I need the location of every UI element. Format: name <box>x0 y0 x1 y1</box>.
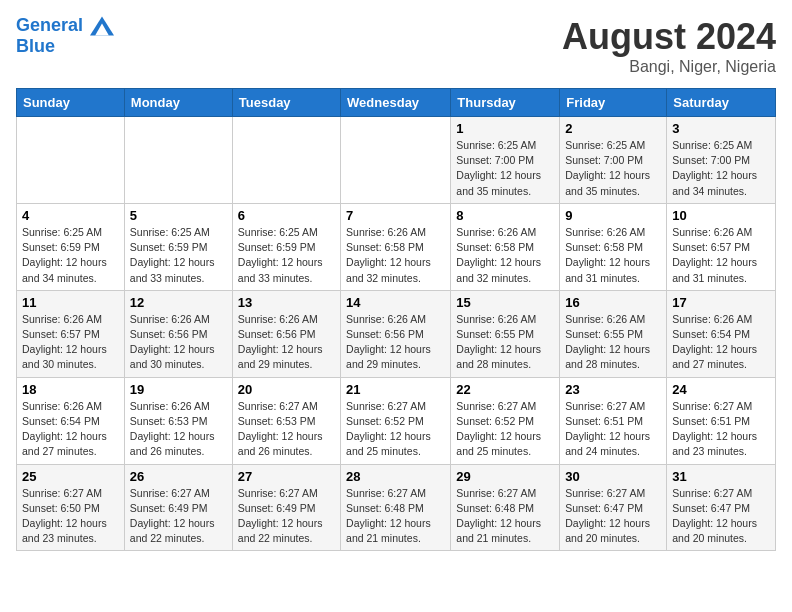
day-number: 31 <box>672 469 770 484</box>
day-info: Sunrise: 6:26 AM Sunset: 6:54 PM Dayligh… <box>22 399 119 460</box>
day-number: 7 <box>346 208 445 223</box>
week-row-1: 1Sunrise: 6:25 AM Sunset: 7:00 PM Daylig… <box>17 117 776 204</box>
day-info: Sunrise: 6:27 AM Sunset: 6:48 PM Dayligh… <box>456 486 554 547</box>
day-number: 23 <box>565 382 661 397</box>
day-number: 5 <box>130 208 227 223</box>
day-info: Sunrise: 6:27 AM Sunset: 6:52 PM Dayligh… <box>346 399 445 460</box>
header-sunday: Sunday <box>17 89 125 117</box>
calendar-cell: 2Sunrise: 6:25 AM Sunset: 7:00 PM Daylig… <box>560 117 667 204</box>
day-number: 9 <box>565 208 661 223</box>
calendar-cell: 14Sunrise: 6:26 AM Sunset: 6:56 PM Dayli… <box>341 290 451 377</box>
header-friday: Friday <box>560 89 667 117</box>
calendar-cell: 31Sunrise: 6:27 AM Sunset: 6:47 PM Dayli… <box>667 464 776 551</box>
day-info: Sunrise: 6:25 AM Sunset: 6:59 PM Dayligh… <box>22 225 119 286</box>
day-info: Sunrise: 6:27 AM Sunset: 6:49 PM Dayligh… <box>238 486 335 547</box>
day-info: Sunrise: 6:26 AM Sunset: 6:57 PM Dayligh… <box>22 312 119 373</box>
day-number: 4 <box>22 208 119 223</box>
month-title: August 2024 <box>562 16 776 58</box>
week-row-3: 11Sunrise: 6:26 AM Sunset: 6:57 PM Dayli… <box>17 290 776 377</box>
day-number: 19 <box>130 382 227 397</box>
calendar-cell: 13Sunrise: 6:26 AM Sunset: 6:56 PM Dayli… <box>232 290 340 377</box>
day-info: Sunrise: 6:26 AM Sunset: 6:54 PM Dayligh… <box>672 312 770 373</box>
day-info: Sunrise: 6:26 AM Sunset: 6:56 PM Dayligh… <box>130 312 227 373</box>
calendar-cell: 7Sunrise: 6:26 AM Sunset: 6:58 PM Daylig… <box>341 203 451 290</box>
calendar-cell: 27Sunrise: 6:27 AM Sunset: 6:49 PM Dayli… <box>232 464 340 551</box>
week-row-4: 18Sunrise: 6:26 AM Sunset: 6:54 PM Dayli… <box>17 377 776 464</box>
day-number: 14 <box>346 295 445 310</box>
day-info: Sunrise: 6:26 AM Sunset: 6:58 PM Dayligh… <box>456 225 554 286</box>
day-info: Sunrise: 6:26 AM Sunset: 6:55 PM Dayligh… <box>565 312 661 373</box>
day-number: 2 <box>565 121 661 136</box>
calendar-cell: 15Sunrise: 6:26 AM Sunset: 6:55 PM Dayli… <box>451 290 560 377</box>
day-info: Sunrise: 6:25 AM Sunset: 7:00 PM Dayligh… <box>565 138 661 199</box>
day-number: 13 <box>238 295 335 310</box>
calendar-cell: 9Sunrise: 6:26 AM Sunset: 6:58 PM Daylig… <box>560 203 667 290</box>
calendar-cell: 26Sunrise: 6:27 AM Sunset: 6:49 PM Dayli… <box>124 464 232 551</box>
day-info: Sunrise: 6:26 AM Sunset: 6:57 PM Dayligh… <box>672 225 770 286</box>
calendar-body: 1Sunrise: 6:25 AM Sunset: 7:00 PM Daylig… <box>17 117 776 551</box>
day-info: Sunrise: 6:26 AM Sunset: 6:56 PM Dayligh… <box>238 312 335 373</box>
calendar-cell <box>341 117 451 204</box>
day-info: Sunrise: 6:27 AM Sunset: 6:51 PM Dayligh… <box>672 399 770 460</box>
day-info: Sunrise: 6:26 AM Sunset: 6:58 PM Dayligh… <box>346 225 445 286</box>
day-number: 30 <box>565 469 661 484</box>
calendar-cell: 23Sunrise: 6:27 AM Sunset: 6:51 PM Dayli… <box>560 377 667 464</box>
day-number: 26 <box>130 469 227 484</box>
calendar-cell: 8Sunrise: 6:26 AM Sunset: 6:58 PM Daylig… <box>451 203 560 290</box>
calendar-cell: 4Sunrise: 6:25 AM Sunset: 6:59 PM Daylig… <box>17 203 125 290</box>
calendar-cell: 29Sunrise: 6:27 AM Sunset: 6:48 PM Dayli… <box>451 464 560 551</box>
calendar-header-row: SundayMondayTuesdayWednesdayThursdayFrid… <box>17 89 776 117</box>
calendar-cell: 22Sunrise: 6:27 AM Sunset: 6:52 PM Dayli… <box>451 377 560 464</box>
calendar-cell: 17Sunrise: 6:26 AM Sunset: 6:54 PM Dayli… <box>667 290 776 377</box>
day-info: Sunrise: 6:27 AM Sunset: 6:48 PM Dayligh… <box>346 486 445 547</box>
day-number: 25 <box>22 469 119 484</box>
header-thursday: Thursday <box>451 89 560 117</box>
calendar-cell: 20Sunrise: 6:27 AM Sunset: 6:53 PM Dayli… <box>232 377 340 464</box>
day-number: 10 <box>672 208 770 223</box>
day-number: 29 <box>456 469 554 484</box>
calendar-cell: 30Sunrise: 6:27 AM Sunset: 6:47 PM Dayli… <box>560 464 667 551</box>
calendar-cell: 12Sunrise: 6:26 AM Sunset: 6:56 PM Dayli… <box>124 290 232 377</box>
day-number: 18 <box>22 382 119 397</box>
day-number: 1 <box>456 121 554 136</box>
calendar-cell: 5Sunrise: 6:25 AM Sunset: 6:59 PM Daylig… <box>124 203 232 290</box>
calendar-cell: 24Sunrise: 6:27 AM Sunset: 6:51 PM Dayli… <box>667 377 776 464</box>
header-tuesday: Tuesday <box>232 89 340 117</box>
calendar-table: SundayMondayTuesdayWednesdayThursdayFrid… <box>16 88 776 551</box>
title-block: August 2024 Bangi, Niger, Nigeria <box>562 16 776 76</box>
week-row-5: 25Sunrise: 6:27 AM Sunset: 6:50 PM Dayli… <box>17 464 776 551</box>
calendar-cell: 1Sunrise: 6:25 AM Sunset: 7:00 PM Daylig… <box>451 117 560 204</box>
header-wednesday: Wednesday <box>341 89 451 117</box>
day-info: Sunrise: 6:27 AM Sunset: 6:52 PM Dayligh… <box>456 399 554 460</box>
calendar-cell <box>17 117 125 204</box>
page-header: General Blue August 2024 Bangi, Niger, N… <box>16 16 776 76</box>
day-number: 3 <box>672 121 770 136</box>
calendar-cell: 16Sunrise: 6:26 AM Sunset: 6:55 PM Dayli… <box>560 290 667 377</box>
day-info: Sunrise: 6:27 AM Sunset: 6:51 PM Dayligh… <box>565 399 661 460</box>
day-number: 24 <box>672 382 770 397</box>
logo: General Blue <box>16 16 114 57</box>
day-number: 12 <box>130 295 227 310</box>
day-info: Sunrise: 6:26 AM Sunset: 6:58 PM Dayligh… <box>565 225 661 286</box>
day-number: 21 <box>346 382 445 397</box>
day-number: 27 <box>238 469 335 484</box>
day-number: 15 <box>456 295 554 310</box>
day-number: 22 <box>456 382 554 397</box>
day-number: 20 <box>238 382 335 397</box>
day-info: Sunrise: 6:27 AM Sunset: 6:50 PM Dayligh… <box>22 486 119 547</box>
day-info: Sunrise: 6:25 AM Sunset: 7:00 PM Dayligh… <box>456 138 554 199</box>
calendar-cell <box>232 117 340 204</box>
day-number: 16 <box>565 295 661 310</box>
calendar-cell: 19Sunrise: 6:26 AM Sunset: 6:53 PM Dayli… <box>124 377 232 464</box>
day-info: Sunrise: 6:27 AM Sunset: 6:53 PM Dayligh… <box>238 399 335 460</box>
calendar-cell: 10Sunrise: 6:26 AM Sunset: 6:57 PM Dayli… <box>667 203 776 290</box>
header-monday: Monday <box>124 89 232 117</box>
day-number: 28 <box>346 469 445 484</box>
day-number: 11 <box>22 295 119 310</box>
calendar-cell: 25Sunrise: 6:27 AM Sunset: 6:50 PM Dayli… <box>17 464 125 551</box>
calendar-cell: 11Sunrise: 6:26 AM Sunset: 6:57 PM Dayli… <box>17 290 125 377</box>
logo-icon <box>90 16 114 36</box>
calendar-cell <box>124 117 232 204</box>
calendar-cell: 28Sunrise: 6:27 AM Sunset: 6:48 PM Dayli… <box>341 464 451 551</box>
day-info: Sunrise: 6:27 AM Sunset: 6:49 PM Dayligh… <box>130 486 227 547</box>
